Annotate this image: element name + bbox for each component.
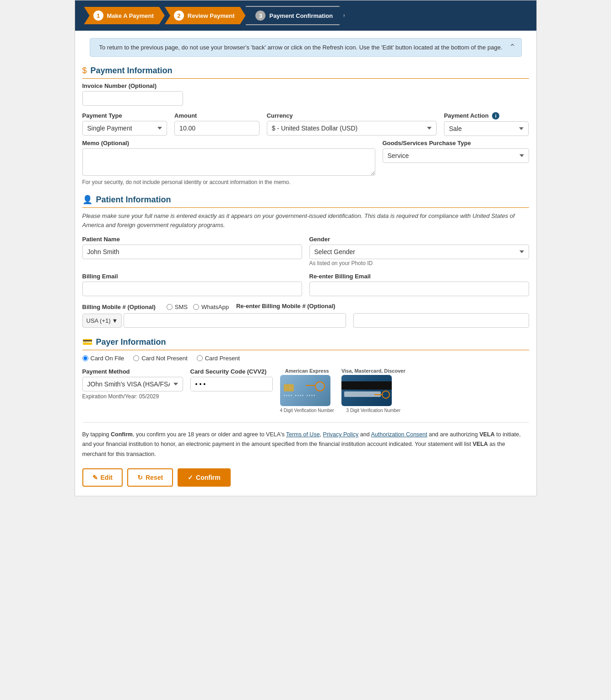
payer-section-header: 💳 Payer Information <box>82 337 529 350</box>
visa-card-visual <box>341 375 392 406</box>
billing-email-col: Billing Email <box>82 273 302 296</box>
memo-textarea[interactable] <box>82 148 375 176</box>
re-billing-email-input[interactable] <box>309 282 529 296</box>
payment-fields-row: Payment Type Single Payment Amount Curre… <box>82 112 529 136</box>
expiry-label: Expiration Month/Year: 05/2029 <box>82 393 183 400</box>
cvv-row: Payment Method JOhn Smith's VISA (HSA/FS… <box>82 368 529 413</box>
alert-bar: To return to the previous page, do not u… <box>90 38 522 57</box>
step-1-label: Make A Payment <box>107 12 154 19</box>
memo-goods-row: Memo (Optional) For your security, do no… <box>82 140 529 185</box>
re-phone-col <box>353 313 529 328</box>
reset-button[interactable]: ↻ Reset <box>127 468 173 487</box>
step-1[interactable]: 1 Make A Payment <box>84 7 165 24</box>
step-3[interactable]: 3 Payment Confirmation <box>245 6 345 25</box>
amex-card-label: American Express <box>280 368 334 374</box>
amount-label: Amount <box>174 112 260 119</box>
payment-action-select[interactable]: Sale <box>444 121 529 136</box>
step-1-number: 1 <box>93 11 103 21</box>
currency-select[interactable]: $ - United States Dollar (USD) <box>267 121 437 136</box>
phone-section: Billing Mobile # (Optional) SMS WhatsApp… <box>82 303 529 328</box>
alert-close-icon[interactable]: ⌃ <box>509 42 516 52</box>
card-chip <box>284 384 294 391</box>
step-3-number: 3 <box>255 11 265 21</box>
gender-select[interactable]: Select Gender <box>309 244 529 259</box>
payment-section-title: Payment Information <box>91 66 173 76</box>
invoice-input[interactable] <box>82 91 183 106</box>
gender-col: Gender Select Gender As listed on your P… <box>309 236 529 266</box>
phone-prefix-chevron: ▼ <box>112 317 118 324</box>
card-present-label: Card Present <box>205 355 240 362</box>
whatsapp-radio[interactable] <box>193 304 199 310</box>
invoice-group: Invoice Number (Optional) <box>82 82 529 106</box>
amex-card-block: American Express •••• •••• •••• 4 Digit … <box>280 368 334 413</box>
visa-cvv-circle <box>382 391 390 399</box>
patient-name-label: Patient Name <box>82 236 302 243</box>
whatsapp-radio-item[interactable]: WhatsApp <box>193 304 229 310</box>
sms-radio[interactable] <box>167 304 173 310</box>
payment-action-col: Payment Action i Sale <box>444 112 529 136</box>
card-present-radio[interactable] <box>197 355 203 361</box>
payment-action-info-icon[interactable]: i <box>492 112 499 119</box>
cvv-input[interactable] <box>191 377 273 391</box>
card-number-dots: •••• •••• •••• <box>284 393 316 398</box>
phone-prefix[interactable]: USA (+1) ▼ <box>82 314 122 328</box>
amount-input[interactable] <box>174 121 260 136</box>
payment-type-select[interactable]: Single Payment <box>82 121 168 136</box>
card-on-file-radio-item[interactable]: Card On File <box>82 355 124 362</box>
edit-button[interactable]: ✎ Edit <box>82 468 123 487</box>
sms-radio-item[interactable]: SMS <box>167 304 188 310</box>
card-present-radio-item[interactable]: Card Present <box>197 355 240 362</box>
currency-col: Currency $ - United States Dollar (USD) <box>267 112 437 136</box>
sms-label: SMS <box>175 304 188 310</box>
billing-email-input[interactable] <box>82 282 302 296</box>
memo-security-note: For your security, do not include person… <box>82 179 375 185</box>
phone-inputs-row: USA (+1) ▼ <box>82 313 529 328</box>
patient-name-input[interactable] <box>82 244 302 259</box>
visa-stripe <box>341 381 392 390</box>
photo-id-hint: As listed on your Photo ID <box>309 260 529 266</box>
confirm-check-icon: ✓ <box>188 474 193 481</box>
goods-label: Goods/Services Purchase Type <box>383 140 529 147</box>
patient-icon: 👤 <box>82 195 92 205</box>
step-2[interactable]: 2 Review Payment <box>165 7 246 24</box>
amex-cvv-arrow <box>306 385 315 386</box>
phone-number-input[interactable] <box>124 313 346 328</box>
cvv-col: Card Security Code (CVV2) ? 👁 <box>190 368 273 391</box>
payment-type-col: Payment Type Single Payment <box>82 112 168 136</box>
card-not-present-radio-item[interactable]: Card Not Present <box>133 355 187 362</box>
payment-type-label: Payment Type <box>82 112 168 119</box>
cvv-input-wrap: ? 👁 <box>190 377 273 391</box>
amex-card-visual: •••• •••• •••• <box>280 375 330 406</box>
name-gender-row: Patient Name Gender Select Gender As lis… <box>82 236 529 266</box>
vela-bold-2: VELA <box>473 441 488 447</box>
auth-consent-link[interactable]: Authorization Consent <box>371 431 427 438</box>
amex-verify-label: 4 Digit Verification Number <box>280 408 334 413</box>
step-3-label: Payment Confirmation <box>269 12 333 19</box>
re-billing-email-label: Re-enter Billing Email <box>309 273 529 280</box>
privacy-link[interactable]: Privacy Policy <box>323 431 359 438</box>
reset-label: Reset <box>146 474 163 481</box>
card-on-file-radio[interactable] <box>82 355 88 361</box>
payment-method-col: Payment Method JOhn Smith's VISA (HSA/FS… <box>82 368 183 400</box>
card-not-present-radio[interactable] <box>133 355 139 361</box>
goods-select[interactable]: Service <box>383 148 529 163</box>
edit-label: Edit <box>101 474 113 481</box>
re-mobile-label-col: Re-enter Billing Mobile # (Optional) <box>236 303 529 311</box>
payment-method-select[interactable]: JOhn Smith's VISA (HSA/FSA) enc <box>82 377 183 391</box>
billing-mobile-label: Billing Mobile # (Optional) <box>82 304 156 310</box>
patient-note: Please make sure your full name is enter… <box>82 212 529 229</box>
stepper: 1 Make A Payment 2 Review Payment 3 Paym… <box>75 0 536 31</box>
whatsapp-label: WhatsApp <box>201 304 229 310</box>
confirm-button[interactable]: ✓ Confirm <box>178 468 231 487</box>
re-phone-input[interactable] <box>353 313 529 328</box>
currency-label: Currency <box>267 112 437 119</box>
memo-label: Memo (Optional) <box>82 140 375 147</box>
dollar-icon: $ <box>82 66 87 76</box>
gender-label: Gender <box>309 236 529 243</box>
patient-section-header: 👤 Patient Information <box>82 195 529 208</box>
payment-section-header: $ Payment Information <box>82 66 529 79</box>
alert-message: To return to the previous page, do not u… <box>99 44 503 51</box>
terms-link[interactable]: Terms of Use <box>286 431 320 438</box>
billing-email-row: Billing Email Re-enter Billing Email <box>82 273 529 296</box>
confirm-bold: Confirm <box>111 431 133 438</box>
